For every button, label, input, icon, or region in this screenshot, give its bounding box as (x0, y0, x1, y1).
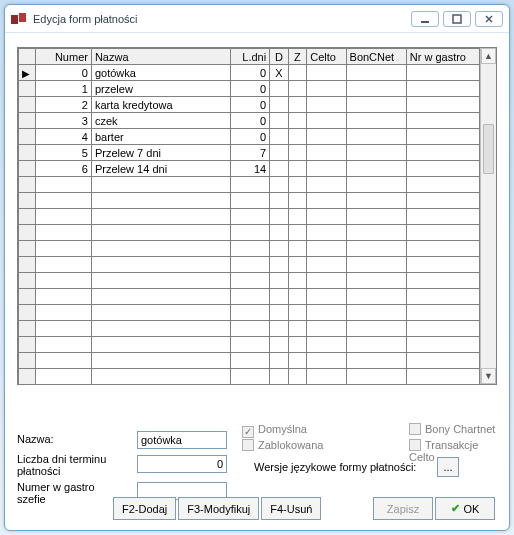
table-row[interactable] (19, 289, 480, 305)
wersje-label: Wersje językowe formy płatności: (254, 461, 416, 473)
table-row[interactable]: 2karta kredytowa0 (19, 97, 480, 113)
svg-rect-1 (19, 13, 26, 22)
table-row[interactable]: 6Przelew 14 dni14 (19, 161, 480, 177)
scroll-thumb[interactable] (483, 124, 494, 174)
liczba-label: Liczba dni terminu płatności (17, 453, 117, 477)
dialog-window: Edycja form płatności NumerNazwaL.dniDZC… (4, 4, 510, 531)
data-grid[interactable]: NumerNazwaL.dniDZCeltoBonCNetNr w gastro… (17, 47, 497, 385)
table-row[interactable] (19, 369, 480, 385)
close-button[interactable] (475, 11, 503, 27)
app-icon (11, 13, 27, 25)
dodaj-button[interactable]: F2-Dodaj (113, 497, 176, 520)
svg-rect-3 (453, 15, 461, 23)
modyfikuj-button[interactable]: F3-Modyfikuj (178, 497, 259, 520)
table-row[interactable]: 4barter0 (19, 129, 480, 145)
table-row[interactable] (19, 337, 480, 353)
zapisz-button[interactable]: Zapisz (373, 497, 433, 520)
usun-button[interactable]: F4-Usuń (261, 497, 321, 520)
scroll-down-button[interactable]: ▼ (481, 368, 496, 384)
window-title: Edycja form płatności (33, 13, 138, 25)
table-row[interactable] (19, 273, 480, 289)
table-row[interactable] (19, 305, 480, 321)
minimize-button[interactable] (411, 11, 439, 27)
vertical-scrollbar[interactable]: ▲ ▼ (480, 48, 496, 384)
ok-button[interactable]: ✔OK (435, 497, 495, 520)
bony-checkbox[interactable]: Bony Chartnet (409, 423, 495, 435)
table-row[interactable] (19, 209, 480, 225)
table-row[interactable] (19, 353, 480, 369)
titlebar: Edycja form płatności (5, 5, 509, 33)
check-icon: ✔ (451, 502, 460, 515)
scroll-track[interactable] (481, 64, 496, 368)
nazwa-input[interactable] (137, 431, 227, 449)
nazwa-label: Nazwa: (17, 433, 54, 445)
table-row[interactable] (19, 225, 480, 241)
svg-rect-2 (421, 21, 429, 23)
window-buttons (411, 11, 503, 27)
domyslna-checkbox[interactable]: ✓Domyślna (242, 423, 307, 438)
client-area: NumerNazwaL.dniDZCeltoBonCNetNr w gastro… (5, 35, 509, 530)
scroll-up-button[interactable]: ▲ (481, 48, 496, 64)
table-row[interactable]: 1przelew0 (19, 81, 480, 97)
table-row[interactable] (19, 257, 480, 273)
table-row[interactable]: 3czek0 (19, 113, 480, 129)
liczba-input[interactable] (137, 455, 227, 473)
zablokowana-checkbox[interactable]: Zablokowana (242, 439, 323, 451)
svg-rect-0 (11, 15, 18, 24)
table-row[interactable] (19, 193, 480, 209)
maximize-button[interactable] (443, 11, 471, 27)
table-row[interactable]: ▶0gotówka0X (19, 65, 480, 81)
table-row[interactable] (19, 321, 480, 337)
table-row[interactable]: 5Przelew 7 dni7 (19, 145, 480, 161)
button-row: F2-Dodaj F3-Modyfikuj F4-Usuń Zapisz ✔OK (17, 497, 497, 520)
table-row[interactable] (19, 241, 480, 257)
table-row[interactable] (19, 177, 480, 193)
wersje-button[interactable]: ... (437, 457, 459, 477)
